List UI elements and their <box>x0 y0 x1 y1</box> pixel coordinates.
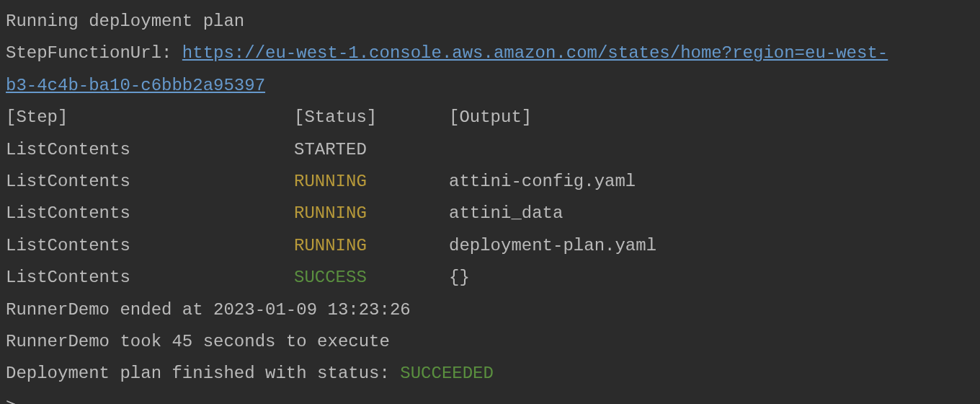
header-running-plan: Running deployment plan <box>6 6 974 38</box>
table-header: [Step][Status][Output] <box>6 102 974 133</box>
cell-step: ListContents <box>6 262 294 294</box>
footer-finished: Deployment plan finished with status: SU… <box>6 358 974 390</box>
col-step: [Step] <box>6 102 294 133</box>
footer-finished-prefix: Deployment plan finished with status: <box>6 364 400 383</box>
terminal-prompt[interactable]: > <box>6 390 974 404</box>
col-status: [Status] <box>294 102 449 133</box>
cell-output: attini-config.yaml <box>449 166 636 198</box>
cell-step: ListContents <box>6 198 294 229</box>
cell-status: SUCCESS <box>294 262 449 294</box>
cell-output: {} <box>449 262 470 294</box>
table-row: ListContentsSTARTED <box>6 134 974 166</box>
step-function-url-line2: b3-4c4b-ba10-c6bbb2a95397 <box>6 70 974 102</box>
step-function-url-link-1[interactable]: https://eu-west-1.console.aws.amazon.com… <box>182 43 888 63</box>
cell-output: attini_data <box>449 198 563 229</box>
col-output: [Output] <box>449 102 532 133</box>
cell-output: deployment-plan.yaml <box>449 230 656 262</box>
cell-status: RUNNING <box>294 198 449 229</box>
step-function-url-link-2[interactable]: b3-4c4b-ba10-c6bbb2a95397 <box>6 76 265 95</box>
footer-duration: RunnerDemo took 45 seconds to execute <box>6 326 974 358</box>
table-row: ListContentsRUNNINGdeployment-plan.yaml <box>6 230 974 262</box>
cell-status: STARTED <box>294 134 449 166</box>
footer-finished-status: SUCCEEDED <box>400 364 494 383</box>
table-row: ListContentsRUNNINGattini_data <box>6 198 974 229</box>
table-row: ListContentsSUCCESS{} <box>6 262 974 294</box>
footer-ended-at: RunnerDemo ended at 2023-01-09 13:23:26 <box>6 294 974 326</box>
step-function-label: StepFunctionUrl: <box>6 43 182 63</box>
cell-status: RUNNING <box>294 166 449 198</box>
cell-step: ListContents <box>6 230 294 262</box>
table-row: ListContentsRUNNINGattini-config.yaml <box>6 166 974 198</box>
cell-step: ListContents <box>6 166 294 198</box>
cell-status: RUNNING <box>294 230 449 262</box>
cell-step: ListContents <box>6 134 294 166</box>
step-function-url-line1: StepFunctionUrl: https://eu-west-1.conso… <box>6 38 974 69</box>
